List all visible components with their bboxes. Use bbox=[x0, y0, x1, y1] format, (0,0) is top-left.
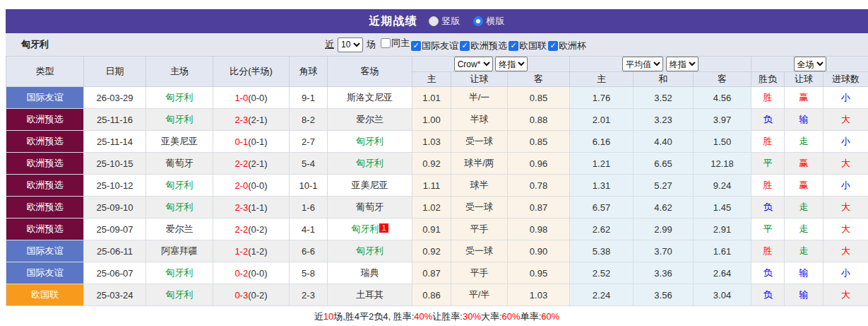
hdp-line: 球半 bbox=[451, 175, 508, 197]
avg-home-odds: 2.24 bbox=[570, 284, 634, 306]
fulltime-score: 0-2 bbox=[234, 268, 248, 279]
checkbox-label: 欧洲杯 bbox=[559, 40, 586, 52]
hdp-home-odds: 0.86 bbox=[412, 284, 451, 306]
hdp-away-odds: 0.95 bbox=[508, 262, 570, 284]
result-handicap: 赢 bbox=[785, 175, 824, 197]
away-team: 瑞典 bbox=[328, 262, 412, 284]
radio-icon[interactable] bbox=[473, 16, 483, 26]
checkbox-icon[interactable]: ✓ bbox=[460, 41, 470, 51]
hdp-away-odds: 0.87 bbox=[508, 197, 570, 219]
avg-draw-odds: 3.56 bbox=[634, 284, 694, 306]
red-card-badge: 1 bbox=[379, 223, 388, 233]
type-cell: 欧洲预选 bbox=[6, 219, 84, 240]
result-wdl: 胜 bbox=[751, 240, 785, 262]
corners-cell: 9-1 bbox=[290, 87, 328, 109]
table-row: 欧洲预选25-10-12匈牙利2-0(0-0)10-1亚美尼亚1.11球半0.7… bbox=[6, 175, 868, 197]
avg-source-select[interactable]: 平均值 bbox=[622, 57, 663, 71]
result-handicap: 输 bbox=[785, 284, 824, 306]
score-cell: 2-2(2-1) bbox=[213, 153, 290, 175]
halftime-score: (0-2) bbox=[248, 290, 267, 301]
table-row: 欧洲预选25-09-07爱尔兰2-2(0-2)4-1匈牙利10.91平手0.98… bbox=[6, 219, 868, 240]
avg-draw-odds: 3.70 bbox=[634, 240, 694, 262]
date-cell: 25-06-11 bbox=[84, 240, 146, 262]
matches-suffix: 场 bbox=[367, 38, 376, 51]
summary-segment: 60% bbox=[502, 311, 521, 322]
checkbox-icon[interactable]: ✓ bbox=[548, 41, 558, 51]
result-wdl: 负 bbox=[751, 197, 785, 219]
checkbox-label: 欧国联 bbox=[519, 40, 547, 52]
away-team: 匈牙利 bbox=[328, 131, 412, 153]
corners-cell: 5-8 bbox=[290, 262, 328, 284]
hdp-line: 受一球 bbox=[451, 131, 508, 153]
avg-away-odds: 2.64 bbox=[694, 262, 751, 284]
hdp-line: 平/半 bbox=[451, 284, 508, 306]
score-cell: 0-1(0-1) bbox=[213, 131, 290, 153]
col-hdp-line: 让球 bbox=[451, 72, 508, 87]
result-handicap: 输 bbox=[785, 109, 824, 131]
hdp-home-odds: 1.11 bbox=[412, 175, 451, 197]
halftime-score: (1-1) bbox=[248, 202, 267, 213]
away-team: 土耳其 bbox=[328, 284, 412, 306]
result-goals: 大 bbox=[824, 109, 868, 131]
avg-home-odds: 1.76 bbox=[570, 87, 634, 109]
away-team: 匈牙利 bbox=[328, 240, 412, 262]
hdp-home-odds: 1.01 bbox=[412, 87, 451, 109]
home-team: 匈牙利 bbox=[146, 175, 213, 197]
checkbox-label: 国际友谊 bbox=[422, 40, 458, 52]
col-hdp-home: 主 bbox=[412, 72, 451, 87]
avg-away-odds: 1.45 bbox=[694, 197, 751, 219]
col-avg-home: 主 bbox=[570, 72, 634, 87]
fulltime-score: 2-3 bbox=[234, 115, 248, 125]
table-body: 国际友谊26-03-29匈牙利1-0(0-0)9-1斯洛文尼亚1.01半/一0.… bbox=[6, 87, 868, 306]
odds-company-select[interactable]: Crow* bbox=[454, 57, 493, 71]
result-handicap: 走 bbox=[785, 197, 824, 219]
avg-home-odds: 2.01 bbox=[570, 109, 634, 131]
table-row: 欧洲预选25-11-16匈牙利2-3(2-1)8-2爱尔兰1.00半球0.882… bbox=[6, 109, 868, 131]
hdp-home-odds: 0.91 bbox=[412, 219, 451, 240]
hdp-home-odds: 0.87 bbox=[412, 262, 451, 284]
table-row: 欧洲预选25-11-14亚美尼亚0-1(0-1)2-7匈牙利1.03受一球0.8… bbox=[6, 131, 868, 153]
col-score: 比分(半场) bbox=[213, 57, 290, 87]
odds-time-select[interactable]: 终指 bbox=[495, 57, 528, 71]
score-cell: 1-0(0-0) bbox=[213, 87, 290, 109]
checkbox-icon[interactable] bbox=[381, 38, 391, 48]
hdp-away-odds: 0.85 bbox=[508, 131, 570, 153]
score-cell: 2-2(0-2) bbox=[213, 219, 290, 240]
score-cell: 2-3(1-1) bbox=[213, 197, 290, 219]
home-team: 葡萄牙 bbox=[146, 153, 213, 175]
fulltime-score: 2-2 bbox=[234, 224, 248, 235]
result-wdl: 负 bbox=[751, 284, 785, 306]
checkbox-icon[interactable]: ✓ bbox=[411, 41, 421, 51]
date-cell: 25-10-15 bbox=[84, 153, 146, 175]
scope-select[interactable]: 全场 bbox=[794, 57, 826, 71]
match-count-select[interactable]: 10 bbox=[338, 37, 363, 52]
date-cell: 26-03-29 bbox=[84, 87, 146, 109]
type-cell: 欧洲预选 bbox=[6, 175, 84, 197]
checkbox-icon[interactable]: ✓ bbox=[509, 41, 518, 51]
avg-draw-odds: 6.65 bbox=[634, 153, 694, 175]
result-goals: 大 bbox=[824, 219, 868, 240]
hdp-line: 球半/两 bbox=[451, 153, 508, 175]
table-row: 欧洲预选25-09-10匈牙利2-3(1-1)1-6葡萄牙1.02受一球0.87… bbox=[6, 197, 868, 219]
hdp-line: 半球 bbox=[451, 109, 508, 131]
summary-segment: 近 bbox=[314, 310, 323, 323]
avg-draw-odds: 4.62 bbox=[634, 197, 694, 219]
checkbox-label: 同主 bbox=[391, 37, 410, 50]
avg-away-odds: 1.61 bbox=[694, 240, 751, 262]
hdp-line: 平手 bbox=[451, 262, 508, 284]
radio-icon[interactable] bbox=[429, 16, 439, 26]
fulltime-score: 0-1 bbox=[234, 136, 248, 147]
result-goals: 小 bbox=[824, 262, 868, 284]
recent-link[interactable]: 近 bbox=[325, 38, 334, 51]
fulltime-score: 0-3 bbox=[234, 290, 248, 301]
home-team: 亚美尼亚 bbox=[146, 131, 213, 153]
avg-time-select[interactable]: 终指 bbox=[666, 57, 698, 71]
result-wdl: 胜 bbox=[751, 175, 785, 197]
result-wdl: 胜 bbox=[751, 131, 785, 153]
avg-away-odds: 4.56 bbox=[694, 87, 751, 109]
score-cell: 2-3(2-1) bbox=[213, 109, 290, 131]
home-team: 爱尔兰 bbox=[146, 219, 213, 240]
date-cell: 25-09-10 bbox=[84, 197, 146, 219]
summary-segment: 40% bbox=[414, 311, 432, 322]
halftime-score: (0-0) bbox=[248, 268, 267, 279]
